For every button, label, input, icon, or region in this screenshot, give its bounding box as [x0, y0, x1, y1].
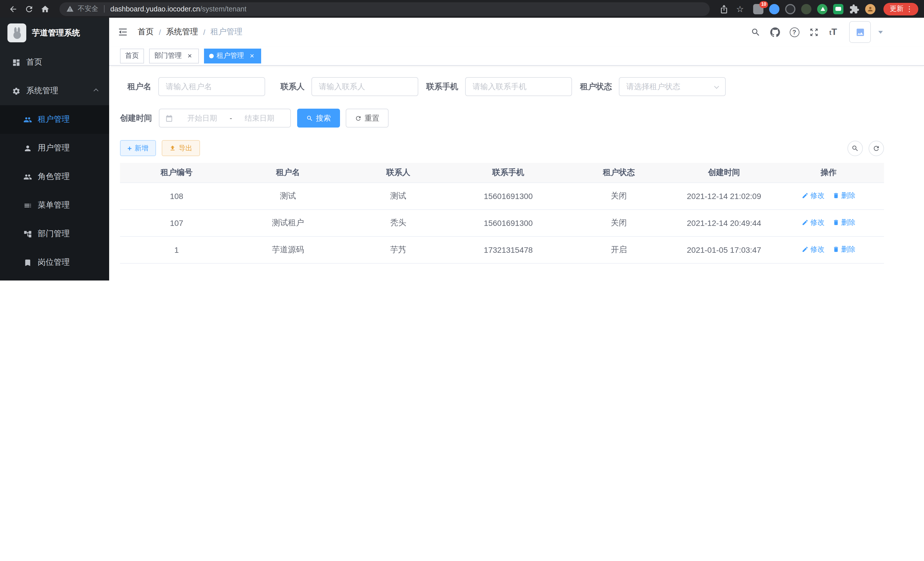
toggle-search-button[interactable] — [848, 140, 863, 156]
extension-icon-2[interactable] — [769, 4, 779, 14]
github-button[interactable] — [767, 24, 783, 40]
filter-row-2: 创建时间 开始日期 - 结束日期 搜索 重置 — [120, 109, 884, 128]
extension-icon-4[interactable] — [801, 4, 812, 14]
share-icon — [719, 4, 729, 14]
date-end-placeholder: 结束日期 — [234, 113, 285, 123]
sidebar-item-tenant[interactable]: 租户管理 — [0, 105, 109, 134]
add-button-label: 新增 — [135, 143, 148, 153]
tenant-table: 租户编号 租户名 联系人 联系手机 租户状态 创建时间 操作 108 测试 — [120, 163, 884, 263]
browser-share-button[interactable] — [717, 2, 731, 16]
breadcrumb: 首页 / 系统管理 / 租户管理 — [138, 27, 243, 37]
tree-table-icon — [23, 201, 32, 210]
browser-reload-button[interactable] — [22, 2, 37, 16]
search-button[interactable]: 搜索 — [297, 109, 340, 128]
reset-button-label: 重置 — [364, 113, 380, 123]
sidebar-item-dept[interactable]: 部门管理 — [0, 220, 109, 248]
column-header: 租户状态 — [563, 163, 675, 182]
edit-link[interactable]: 修改 — [802, 245, 825, 254]
tab-label: 首页 — [125, 51, 139, 61]
sidebar-item-user[interactable]: 用户管理 — [0, 134, 109, 162]
fullscreen-button[interactable] — [806, 24, 822, 40]
dashboard-icon — [12, 58, 21, 67]
sidebar: 芋道管理系统 首页 系统管理 租户管理 — [0, 18, 109, 281]
breadcrumb-home[interactable]: 首页 — [138, 27, 154, 37]
logo-rabbit-image — [8, 23, 26, 42]
sidebar-item-role[interactable]: 角色管理 — [0, 162, 109, 191]
cell-status: 开启 — [563, 236, 675, 263]
pencil-icon — [802, 193, 808, 199]
delete-link[interactable]: 删除 — [832, 245, 855, 254]
sidebar-item-post[interactable]: 岗位管理 — [0, 248, 109, 277]
cell-name: 测试 — [233, 182, 343, 209]
close-icon[interactable]: × — [248, 52, 256, 60]
sidebar-item-menu[interactable]: 菜单管理 — [0, 191, 109, 220]
kebab-menu-icon[interactable]: ⋮ — [903, 5, 915, 13]
sidebar-item-system[interactable]: 系统管理 — [0, 77, 109, 105]
url-text: dashboard.yudao.iocoder.cn/system/tenant — [110, 5, 247, 13]
tab-dept[interactable]: 部门管理 × — [149, 48, 199, 63]
extension-icon-6[interactable] — [833, 4, 843, 14]
menu-label: 部门管理 — [38, 229, 70, 239]
org-tree-icon — [23, 230, 32, 238]
browser-update-button[interactable]: 更新 ⋮ — [884, 3, 918, 15]
browser-home-button[interactable] — [38, 2, 52, 16]
table-row: 108 测试 测试 15601691300 关闭 2021-12-14 21:0… — [120, 182, 884, 209]
cell-id: 1 — [120, 236, 233, 263]
broken-image-icon — [855, 27, 865, 37]
address-bar[interactable]: 不安全 dashboard.yudao.iocoder.cn/system/te… — [59, 2, 710, 16]
extension-icon-5[interactable] — [817, 4, 827, 14]
edit-link[interactable]: 修改 — [802, 218, 825, 228]
url-host: dashboard.yudao.iocoder.cn — [110, 5, 200, 13]
add-button[interactable]: + 新增 — [120, 140, 156, 156]
edit-link[interactable]: 修改 — [802, 191, 825, 201]
mobile-label: 联系手机 — [426, 81, 458, 92]
tab-home[interactable]: 首页 — [120, 48, 144, 63]
user-avatar[interactable] — [849, 21, 871, 43]
breadcrumb-system[interactable]: 系统管理 — [166, 27, 198, 37]
tenant-name-input[interactable] — [158, 77, 265, 96]
help-button[interactable]: ? — [786, 24, 802, 40]
sidebar-toggle-button[interactable] — [118, 27, 128, 37]
tab-tenant[interactable]: 租户管理 × — [204, 48, 261, 63]
back-icon — [9, 4, 18, 14]
extension-icon-3[interactable] — [785, 4, 795, 14]
navbar-actions: ? tT — [747, 21, 883, 43]
reset-button[interactable]: 重置 — [346, 109, 388, 128]
logo[interactable]: 芋道管理系统 — [0, 18, 109, 48]
active-dot — [209, 53, 214, 58]
extension-icon-1[interactable]: 10 — [753, 4, 764, 14]
export-button[interactable]: 导出 — [161, 140, 200, 156]
plus-icon: + — [128, 144, 132, 152]
close-icon[interactable]: × — [186, 52, 194, 60]
sidebar-item-dict[interactable]: 字典管理 — [0, 277, 109, 281]
menu-label: 角色管理 — [38, 171, 70, 182]
table-header-row: 租户编号 租户名 联系人 联系手机 租户状态 创建时间 操作 — [120, 163, 884, 182]
trash-icon — [832, 219, 839, 226]
extensions-puzzle-icon[interactable] — [849, 4, 860, 14]
content: 租户名 联系人 联系手机 租户状态 请选择租户状态 — [109, 66, 924, 281]
url-path: /system/tenant — [200, 5, 247, 13]
filter-row-1: 租户名 联系人 联系手机 租户状态 请选择租户状态 — [120, 77, 884, 96]
fullscreen-icon — [809, 27, 819, 37]
peoples-icon — [23, 172, 32, 181]
bookmark-star-icon[interactable]: ☆ — [733, 2, 747, 16]
delete-link[interactable]: 删除 — [832, 218, 855, 228]
status-select[interactable]: 请选择租户状态 — [619, 77, 726, 96]
export-icon — [169, 145, 176, 152]
cell-contact: 芋艿 — [343, 236, 454, 263]
cell-created: 2021-01-05 17:03:47 — [675, 236, 773, 263]
font-size-button[interactable]: tT — [825, 24, 841, 40]
header-search-button[interactable] — [747, 24, 764, 40]
contact-input[interactable] — [311, 77, 418, 96]
browser-back-button[interactable] — [6, 2, 21, 16]
caret-down-icon[interactable] — [878, 31, 883, 33]
mobile-input[interactable] — [465, 77, 572, 96]
delete-link[interactable]: 删除 — [832, 191, 855, 201]
menu-label: 用户管理 — [38, 143, 70, 153]
cell-id: 108 — [120, 182, 233, 209]
date-range-picker[interactable]: 开始日期 - 结束日期 — [159, 109, 291, 128]
refresh-table-button[interactable] — [868, 140, 884, 156]
breadcrumb-separator: / — [159, 28, 161, 36]
sidebar-item-home[interactable]: 首页 — [0, 48, 109, 77]
browser-profile-icon[interactable] — [865, 4, 875, 14]
